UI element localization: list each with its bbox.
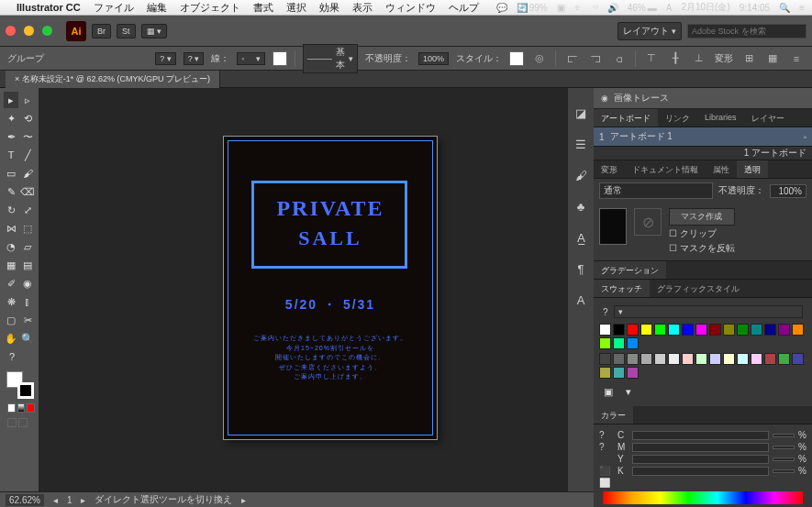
- make-mask-button[interactable]: マスク作成: [669, 208, 735, 226]
- line-tool[interactable]: ╱: [20, 147, 35, 163]
- menu-effect[interactable]: 効果: [319, 1, 339, 15]
- dock-char-icon[interactable]: A̲: [573, 229, 589, 246]
- swatch[interactable]: [709, 353, 721, 365]
- tab-graphic-styles[interactable]: グラフィックスタイル: [650, 280, 747, 297]
- menu-object[interactable]: オブジェクト: [180, 1, 240, 15]
- swatch[interactable]: [792, 324, 804, 336]
- swatch[interactable]: [599, 337, 611, 349]
- align-h2-icon[interactable]: ⫎: [587, 50, 604, 67]
- swatch[interactable]: [751, 353, 762, 365]
- dock-color-icon[interactable]: ◪: [573, 105, 589, 121]
- hand-tool[interactable]: ✋: [4, 330, 18, 347]
- swatch[interactable]: [709, 324, 721, 336]
- artboard-list-item[interactable]: 1アートボード 1 ▫: [594, 127, 812, 146]
- input-source[interactable]: A: [666, 3, 673, 13]
- edit-icon[interactable]: ▦: [764, 50, 781, 67]
- swatch[interactable]: [682, 353, 694, 365]
- nav-prev-icon[interactable]: ◂: [53, 495, 58, 505]
- shape-builder-tool[interactable]: ◔: [4, 238, 18, 255]
- dock-symbols-icon[interactable]: ♣: [573, 198, 589, 215]
- swatch[interactable]: [613, 324, 625, 336]
- poster-body[interactable]: ご案内いただきましてありがとうございます。 今月15~20%割引セールを 開催い…: [242, 334, 418, 382]
- dock-paragraph-icon[interactable]: ¶: [573, 260, 589, 277]
- c-slider[interactable]: [632, 431, 769, 440]
- paintbrush-tool[interactable]: 🖌: [20, 165, 35, 182]
- direct-selection-tool[interactable]: ▹: [20, 92, 35, 108]
- width-tool[interactable]: ⋈: [4, 220, 18, 237]
- menu-help[interactable]: ヘルプ: [449, 1, 479, 15]
- y-slider[interactable]: [632, 455, 769, 464]
- dock-opentype-icon[interactable]: A: [573, 292, 589, 308]
- k-value[interactable]: [773, 469, 795, 473]
- rotate-tool[interactable]: ↻: [4, 202, 18, 218]
- style-swatch[interactable]: [509, 51, 524, 66]
- tab-gradient[interactable]: グラデーション: [594, 261, 666, 279]
- line-icon[interactable]: 💬: [496, 3, 507, 13]
- menu-edit[interactable]: 編集: [147, 1, 167, 15]
- canvas[interactable]: PRIVATE SALL 5/20 ・ 5/31 ご案内いただきましてありがとう…: [39, 88, 568, 491]
- graph-tool[interactable]: ⫿: [20, 293, 35, 310]
- scale-tool[interactable]: ⤢: [20, 202, 35, 218]
- swatch[interactable]: [627, 324, 639, 336]
- c-value[interactable]: [773, 434, 795, 437]
- tab-docinfo[interactable]: ドキュメント情報: [625, 160, 706, 178]
- swatch[interactable]: [613, 337, 625, 349]
- swatch[interactable]: [654, 324, 666, 336]
- date[interactable]: 2月10日(金): [681, 1, 729, 14]
- swatch[interactable]: [737, 353, 749, 365]
- isolate-icon[interactable]: ⊞: [740, 50, 757, 67]
- m-slider[interactable]: [632, 443, 769, 452]
- tab-transform[interactable]: 変形: [594, 160, 625, 178]
- blend-tool[interactable]: ◉: [20, 275, 35, 292]
- shaper-tool[interactable]: ✎: [4, 183, 18, 200]
- time[interactable]: 9:14:05: [740, 3, 770, 13]
- swatch[interactable]: [792, 353, 804, 365]
- screen-mode-2[interactable]: [18, 418, 28, 427]
- poster-subtitle[interactable]: SALL: [224, 226, 437, 250]
- align-v2-icon[interactable]: ╂: [667, 50, 684, 67]
- gradient-tool[interactable]: ▤: [20, 257, 35, 273]
- color-mode-none[interactable]: [27, 403, 35, 413]
- perspective-tool[interactable]: ▱: [20, 238, 35, 255]
- swatch[interactable]: [599, 367, 611, 379]
- align-h3-icon[interactable]: ⫏: [611, 50, 628, 67]
- swatch[interactable]: [737, 324, 749, 336]
- battery-status[interactable]: 46% ▬: [628, 3, 657, 13]
- tab-color[interactable]: カラー: [594, 406, 633, 424]
- layout-dropdown[interactable]: レイアウト ▾: [617, 22, 682, 40]
- window-close[interactable]: [6, 26, 16, 36]
- swatch-lib-icon[interactable]: ▣: [600, 383, 617, 400]
- tab-attributes[interactable]: 属性: [706, 160, 737, 178]
- fill-dropdown[interactable]: ? ▾: [155, 52, 176, 65]
- menu-select[interactable]: 選択: [286, 1, 306, 15]
- opacity-input[interactable]: 100%: [418, 52, 449, 65]
- eyedropper-tool[interactable]: ✐: [4, 275, 18, 292]
- artboard[interactable]: PRIVATE SALL 5/20 ・ 5/31 ご案内いただきましてありがとう…: [224, 137, 437, 439]
- swatch-menu-icon[interactable]: ▾: [620, 383, 637, 400]
- selection-tool[interactable]: ▸: [4, 92, 18, 108]
- swatch[interactable]: [764, 353, 776, 365]
- swatch[interactable]: [723, 324, 735, 336]
- swatch[interactable]: [764, 324, 776, 336]
- align-v1-icon[interactable]: ⊤: [643, 50, 660, 67]
- stroke-color-swatch[interactable]: [273, 51, 287, 66]
- transform-label[interactable]: 変形: [715, 52, 733, 65]
- free-transform-tool[interactable]: ⬚: [20, 220, 35, 237]
- blend-mode-select[interactable]: 通常: [599, 182, 713, 199]
- align-v3-icon[interactable]: ⊥: [691, 50, 707, 67]
- eraser-tool[interactable]: ⌫: [20, 183, 35, 200]
- stroke2-dropdown[interactable]: ? ▾: [184, 52, 205, 65]
- color-mode-gradient[interactable]: [17, 403, 26, 413]
- mask-link-icon[interactable]: ⊘: [634, 208, 662, 236]
- magic-wand-tool[interactable]: ✦: [4, 110, 18, 127]
- stroke-weight[interactable]: ◦ ▾: [237, 52, 265, 65]
- tab-transparency[interactable]: 透明: [737, 160, 768, 178]
- document-tab[interactable]: × 名称未設定-1* @ 62.62% (CMYK/GPU プレビュー): [6, 71, 220, 88]
- menu-window[interactable]: ウィンドウ: [385, 1, 436, 15]
- curvature-tool[interactable]: 〜: [20, 128, 35, 145]
- swatch[interactable]: [640, 324, 652, 336]
- swatch[interactable]: [682, 324, 694, 336]
- y-value[interactable]: [773, 457, 795, 461]
- poster-date[interactable]: 5/20 ・ 5/31: [224, 297, 437, 314]
- panel-opacity-input[interactable]: 100%: [770, 184, 806, 198]
